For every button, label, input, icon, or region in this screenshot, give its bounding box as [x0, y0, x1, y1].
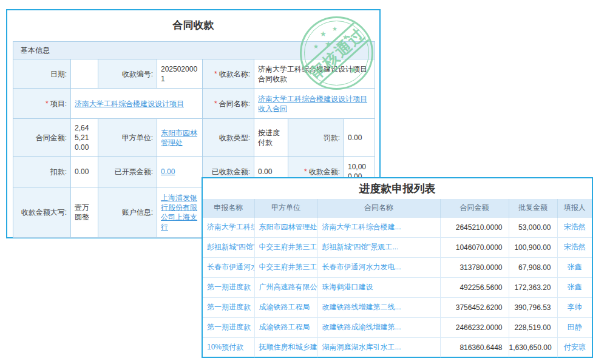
filler-link[interactable]: 张鑫: [568, 263, 582, 271]
required-asterisk: *: [214, 70, 217, 78]
filler-link[interactable]: 宋浩然: [564, 243, 586, 251]
amount-in-words-value: 壹万圆整: [71, 187, 98, 238]
declaration-name-link[interactable]: 10%预付款: [207, 343, 243, 351]
column-header-party-a: 甲方单位: [254, 199, 317, 217]
contract-amount-cell: 2645210.0000: [440, 217, 509, 237]
receipt-type-value: 按进度付款: [254, 119, 288, 157]
approved-amount-cell: 228,519.00: [509, 317, 557, 337]
party-a-value: 东阳市园林管理处: [157, 119, 203, 157]
fine-value: 0.00: [344, 119, 375, 157]
receipt-name-label: *收款名称:: [203, 59, 254, 89]
declaration-name-link[interactable]: 第一期进度款: [207, 283, 251, 291]
receipt-type-label: 收款类型:: [203, 119, 254, 157]
column-header-declaration-name: 申报名称: [203, 199, 254, 217]
approved-amount-cell: 100,900.00: [509, 237, 557, 257]
contract-name-value: 济南大学工科综合楼建设设计项目收入合同: [254, 89, 375, 119]
contract-amount-value: 2,645,210.00: [71, 119, 98, 157]
form-row: *项目: 济南大学工科综合楼建设设计项目 *合同名称: 济南大学工科综合楼建设设…: [13, 89, 375, 119]
deduction-value: 0.00: [71, 157, 98, 187]
contract-amount-cell: 1046070.0000: [440, 237, 509, 257]
contract-name-label: *合同名称:: [203, 89, 254, 119]
party-a-link[interactable]: 抚顺住房和城乡建...: [259, 343, 318, 351]
column-header-contract-name: 合同名称: [317, 199, 440, 217]
party-a-link[interactable]: 中交王府井第三工...: [259, 263, 318, 271]
contract-name-link[interactable]: 改建铁路成渝线增建第...: [322, 323, 401, 331]
filler-link[interactable]: 付安琼: [564, 343, 586, 351]
filler-link[interactable]: 宋浩然: [564, 223, 586, 231]
party-a-link[interactable]: 成渝铁路工程局: [259, 323, 310, 331]
party-a-link[interactable]: 东阳市园林管理处: [259, 223, 317, 231]
contract-name-link[interactable]: 济南大学工科综合楼建设设计项目收入合同: [258, 95, 367, 113]
party-a-link[interactable]: 成渝铁路工程局: [259, 303, 310, 311]
invoiced-amount-value: 0.00: [157, 157, 203, 187]
declaration-name-link[interactable]: 彭祖新城“四馆”...: [207, 243, 254, 251]
date-label: 日期:: [13, 59, 71, 89]
approved-amount-cell: 1,630,650.00: [509, 337, 557, 357]
declaration-name-link[interactable]: 第一期进度款: [207, 323, 251, 331]
project-link[interactable]: 济南大学工科综合楼建设设计项目: [75, 99, 184, 108]
invoiced-amount-link[interactable]: 0.00: [161, 167, 175, 176]
declaration-name-link[interactable]: 第一期进度款: [207, 303, 251, 311]
required-asterisk: *: [304, 167, 307, 176]
table-row: 长春市伊通河水... 中交王府井第三工... 长春市伊通河水力发电... 313…: [203, 257, 592, 277]
contract-amount-cell: 313780.0000: [440, 257, 509, 277]
progress-payment-list-panel: 进度款申报列表 申报名称 甲方单位 合同名称 合同金额 批复金额 填报人 济南大…: [202, 177, 593, 358]
form-title: 合同收款: [7, 18, 379, 32]
deduction-label: 扣款:: [13, 157, 71, 187]
table-row: 第一期进度款 广州高速路有限公司 珠海鹤港口建设 492256.5600 172…: [203, 277, 592, 297]
column-header-contract-amount: 合同金额: [440, 199, 509, 217]
table-row: 10%预付款 抚顺住房和城乡建... 湖南洞庭湖水库引水工... 816360.…: [203, 337, 592, 357]
approved-amount-cell: 172,363.20: [509, 277, 557, 297]
form-row: 合同金额: 2,645,210.00 甲方单位: 东阳市园林管理处 收款类型: …: [13, 119, 375, 157]
table-header-row: 申报名称 甲方单位 合同名称 合同金额 批复金额 填报人: [203, 199, 592, 217]
account-info-value: 上海浦发银行股份有限公司上海支行: [157, 187, 203, 238]
receipt-no-label: 收款编号:: [98, 59, 157, 89]
table-row: 济南大学工科综... 东阳市园林管理处 济南大学工科综合楼建... 264521…: [203, 217, 592, 237]
contract-amount-cell: 492256.5600: [440, 277, 509, 297]
receipt-name-value: 济南大学工科综合楼建设设计项目合同收款: [254, 59, 375, 89]
approved-amount-cell: 53,000.00: [509, 217, 557, 237]
account-info-link[interactable]: 上海浦发银行股份有限公司上海支行: [161, 194, 197, 231]
party-a-link[interactable]: 中交王府井第三工...: [259, 243, 318, 251]
fine-label: 罚款:: [288, 119, 344, 157]
account-info-label: 账户信息:: [98, 187, 157, 238]
amount-in-words-label: 收款金额大写:: [13, 187, 71, 238]
section-header-basic-info: 基本信息: [13, 42, 375, 59]
party-a-link[interactable]: 东阳市园林管理处: [161, 129, 197, 147]
column-header-filler: 填报人: [557, 199, 592, 217]
project-label: *项目:: [13, 89, 71, 119]
filler-link[interactable]: 李帅: [568, 303, 582, 311]
column-header-approved-amount: 批复金额: [509, 199, 557, 217]
party-a-label: 甲方单位:: [98, 119, 157, 157]
date-value[interactable]: [71, 59, 98, 89]
receipt-no-value: 2025020001: [157, 59, 203, 89]
contract-name-link[interactable]: 长春市伊通河水力发电...: [322, 263, 401, 271]
project-value: 济南大学工科综合楼建设设计项目: [71, 89, 203, 119]
table-row: 第一期进度款 成渝铁路工程局 改建铁路成渝线增建第... 2466232.000…: [203, 317, 592, 337]
contract-name-link[interactable]: 济南大学工科综合楼建...: [322, 223, 401, 231]
required-asterisk: *: [214, 99, 217, 108]
contract-name-link[interactable]: 湖南洞庭湖水库引水工...: [322, 343, 401, 351]
required-asterisk: *: [46, 99, 49, 108]
contract-name-link[interactable]: 珠海鹤港口建设: [322, 283, 373, 291]
progress-payment-table: 申报名称 甲方单位 合同名称 合同金额 批复金额 填报人 济南大学工科综... …: [203, 199, 592, 357]
declaration-name-link[interactable]: 长春市伊通河水...: [207, 263, 254, 271]
list-title: 进度款申报列表: [203, 178, 592, 199]
filler-link[interactable]: 张鑫: [568, 283, 582, 291]
invoiced-amount-label: 已开票金额:: [98, 157, 157, 187]
contract-amount-cell: 2466232.0000: [440, 317, 509, 337]
contract-amount-cell: 3756452.6200: [440, 297, 509, 317]
contract-amount-label: 合同金额:: [13, 119, 71, 157]
approved-amount-cell: 390,796.53: [509, 297, 557, 317]
form-row: 日期: 收款编号: 2025020001 *收款名称: 济南大学工科综合楼建设设…: [13, 59, 375, 89]
contract-name-link[interactable]: 改建铁路线增建第二线...: [322, 303, 401, 311]
contract-name-link[interactable]: 彭祖新城“四馆”景观工...: [322, 243, 399, 251]
filler-link[interactable]: 田静: [568, 323, 582, 331]
party-a-link[interactable]: 广州高速路有限公司: [259, 283, 318, 291]
table-row: 彭祖新城“四馆”... 中交王府井第三工... 彭祖新城“四馆”景观工... 1…: [203, 237, 592, 257]
declaration-name-link[interactable]: 济南大学工科综...: [207, 223, 254, 231]
approved-amount-cell: 67,908.00: [509, 257, 557, 277]
table-row: 第一期进度款 成渝铁路工程局 改建铁路线增建第二线... 3756452.620…: [203, 297, 592, 317]
contract-amount-cell: 816360.6448: [440, 337, 509, 357]
